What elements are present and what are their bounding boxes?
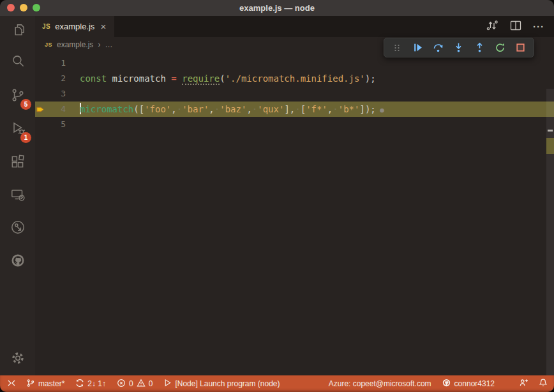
- current-line-arrow-icon[interactable]: [35, 102, 45, 117]
- azure-label: Azure: copeet@microsoft.com: [329, 379, 431, 388]
- tab-label: example.js: [55, 22, 94, 31]
- sidebar-item-source-control[interactable]: 5: [0, 81, 35, 112]
- close-tab-icon[interactable]: ×: [99, 22, 107, 31]
- tab-example-js[interactable]: JS example.js ×: [35, 16, 114, 37]
- toolbar-gripper-icon[interactable]: [389, 40, 405, 56]
- code-line[interactable]: 5: [35, 117, 554, 132]
- code-lines: 12const micromatch = require('./micromat…: [35, 56, 554, 132]
- feedback-icon: [519, 378, 528, 389]
- feedback-button[interactable]: [519, 378, 528, 389]
- remote-indicator[interactable]: [6, 379, 15, 389]
- play-icon: [163, 379, 172, 389]
- more-actions-icon[interactable]: ···: [533, 21, 544, 32]
- breadcrumb-file[interactable]: example.js: [57, 40, 93, 49]
- notifications-button[interactable]: [539, 378, 548, 389]
- debug-step-into-button[interactable]: [451, 40, 467, 56]
- window-controls: [7, 4, 40, 11]
- code-text[interactable]: const micromatch = require('./micromatch…: [66, 71, 376, 86]
- code-line[interactable]: 4micromatch(['foo',·'bar',·'baz',·'qux']…: [35, 102, 554, 117]
- debug-step-over-button[interactable]: [431, 40, 446, 56]
- github-account-status[interactable]: connor4312: [442, 378, 495, 389]
- search-icon: [10, 53, 26, 72]
- breadcrumb-separator: ›: [98, 40, 100, 49]
- problems-status[interactable]: 0 0: [117, 379, 153, 389]
- branch-icon: [26, 379, 35, 389]
- code-text[interactable]: micromatch(['foo',·'bar',·'baz',·'qux'],…: [66, 102, 384, 117]
- sidebar-item-run-and-debug[interactable]: 1: [0, 114, 35, 145]
- breakpoint-gutter[interactable]: [35, 56, 45, 71]
- breakpoint-gutter[interactable]: [35, 86, 45, 102]
- live-share-icon: [10, 219, 26, 238]
- github-account-label: connor4312: [454, 379, 495, 388]
- debug-step-out-button[interactable]: [472, 40, 487, 56]
- code-line[interactable]: 1: [35, 56, 554, 71]
- title-bar: example.js — node: [0, 0, 554, 16]
- warning-count: 0: [149, 379, 153, 388]
- window-title: example.js — node: [0, 3, 554, 13]
- close-window-button[interactable]: [7, 4, 15, 11]
- code-text[interactable]: [66, 117, 80, 132]
- sidebar-item-remote-explorer[interactable]: [0, 181, 35, 211]
- branch-label: master*: [38, 379, 64, 388]
- warning-icon: [137, 379, 146, 389]
- sidebar-item-extensions[interactable]: [0, 148, 35, 179]
- swap-vertical-icon[interactable]: [486, 19, 498, 34]
- files-icon: [10, 22, 26, 41]
- sidebar-item-settings[interactable]: [0, 344, 35, 375]
- overview-ruler[interactable]: [546, 89, 554, 375]
- line-number: 1: [45, 56, 66, 71]
- line-number: 3: [45, 86, 66, 102]
- ruler-cursor-mark: [548, 130, 553, 132]
- debug-launch-label: [Node] Launch program (node): [175, 379, 280, 388]
- sidebar-item-live-share[interactable]: [0, 213, 35, 244]
- debug-stop-button[interactable]: [513, 40, 528, 56]
- github-icon: [442, 378, 451, 389]
- debug-restart-button[interactable]: [493, 40, 508, 56]
- editor-actions: ···: [486, 16, 554, 37]
- sidebar-item-explorer[interactable]: [0, 16, 35, 47]
- code-text[interactable]: [66, 86, 80, 102]
- sync-label: 2↓ 1↑: [87, 379, 106, 388]
- editor-group: JS example.js × ··· JS example.js › … 12…: [35, 16, 554, 375]
- activity-bar: 5 1: [0, 16, 35, 375]
- code-text[interactable]: [66, 56, 80, 71]
- vscode-window: example.js — node 5 1: [0, 0, 554, 392]
- zoom-window-button[interactable]: [33, 4, 40, 11]
- breakpoint-gutter[interactable]: [35, 117, 45, 132]
- source-control-badge: 5: [20, 99, 31, 110]
- status-bar: master* 2↓ 1↑ 0 0 [Node] Launch program …: [0, 375, 554, 392]
- sync-icon: [75, 379, 84, 389]
- code-editor[interactable]: 12const micromatch = require('./micromat…: [35, 52, 554, 375]
- code-line[interactable]: 2const micromatch = require('./micromatc…: [35, 71, 554, 86]
- debug-toolbar: [384, 38, 534, 57]
- breadcrumb-symbol[interactable]: …: [105, 40, 112, 49]
- bell-icon: [539, 378, 548, 389]
- ruler-highlight-mark: [546, 138, 554, 154]
- javascript-file-icon: JS: [45, 41, 52, 48]
- extensions-icon: [10, 154, 26, 173]
- remote-explorer-icon: [10, 186, 26, 206]
- error-icon: [117, 379, 126, 389]
- breakpoint-gutter[interactable]: [35, 71, 45, 86]
- error-count: 0: [129, 379, 133, 388]
- code-line[interactable]: 3: [35, 86, 554, 102]
- run-and-debug-badge: 1: [20, 132, 31, 143]
- sync-status[interactable]: 2↓ 1↑: [75, 379, 106, 389]
- split-editor-icon[interactable]: [509, 19, 522, 34]
- github-icon: [10, 252, 26, 271]
- debug-continue-button[interactable]: [410, 40, 425, 56]
- sidebar-item-github[interactable]: [0, 246, 35, 277]
- javascript-file-icon: JS: [42, 23, 50, 30]
- line-number: 2: [45, 71, 66, 86]
- line-number: 5: [45, 117, 66, 132]
- debug-launch-status[interactable]: [Node] Launch program (node): [163, 379, 280, 389]
- gear-icon: [10, 350, 26, 369]
- sidebar-item-search[interactable]: [0, 47, 35, 78]
- git-branch-status[interactable]: master*: [26, 379, 64, 389]
- remote-icon: [6, 379, 15, 389]
- line-number: 4: [45, 102, 66, 117]
- minimize-window-button[interactable]: [20, 4, 27, 11]
- azure-account-status[interactable]: Azure: copeet@microsoft.com: [329, 379, 431, 388]
- tab-bar: JS example.js × ···: [35, 16, 554, 37]
